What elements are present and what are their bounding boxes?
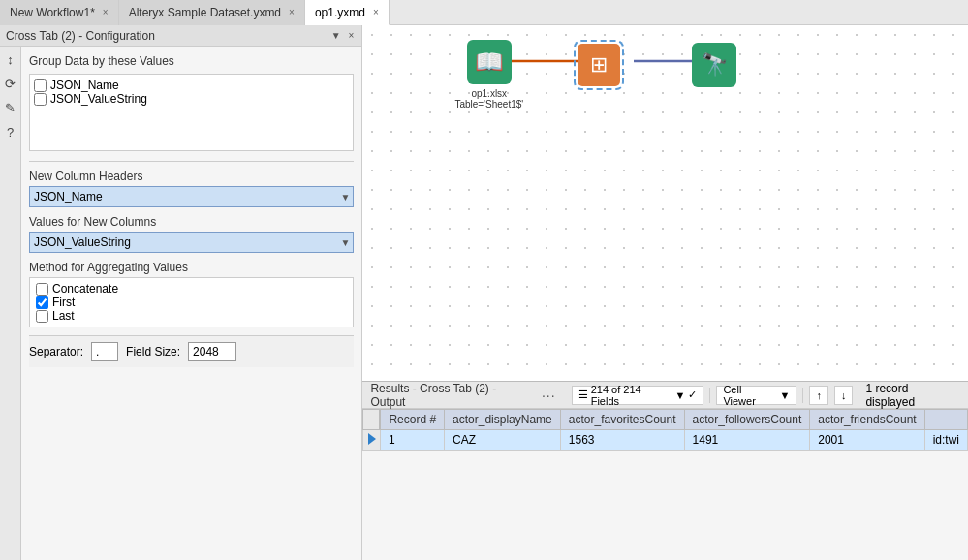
agg-first-label: First bbox=[52, 296, 75, 309]
tab-op1[interactable]: op1.yxmd × bbox=[305, 0, 390, 25]
cell-friends-count: 2001 bbox=[810, 430, 924, 451]
group-section-label: Group Data by these Values bbox=[29, 54, 354, 68]
left-panel: Cross Tab (2) - Configuration ▼ × ↕ ⟳ ✎ … bbox=[0, 25, 362, 560]
cell-display-name: CAZ bbox=[445, 430, 561, 451]
cell-viewer-button[interactable]: Cell Viewer ▼ bbox=[716, 386, 796, 405]
separator-row: Separator: Field Size: bbox=[29, 335, 354, 367]
agg-first: First bbox=[36, 296, 347, 309]
toolbar-sep-2 bbox=[802, 388, 803, 403]
left-content-wrapper: ↕ ⟳ ✎ ? Group Data by these Values JSON_… bbox=[0, 47, 361, 560]
results-panel: Results - Cross Tab (2) - Output ··· ☰ 2… bbox=[362, 381, 968, 560]
results-header: Results - Cross Tab (2) - Output ··· ☰ 2… bbox=[362, 382, 968, 409]
agg-first-input[interactable] bbox=[36, 296, 48, 309]
help-icon[interactable]: ? bbox=[5, 123, 16, 141]
results-toolbar: ☰ 214 of 214 Fields ▼ ✓ Cell Viewer ▼ ↑ … bbox=[572, 382, 960, 409]
cell-favorites-count: 1563 bbox=[560, 430, 684, 451]
sort-asc-button[interactable]: ↑ bbox=[809, 386, 828, 405]
canvas-background bbox=[362, 25, 968, 381]
separator-input[interactable] bbox=[91, 342, 118, 361]
input-node-icon: 📖 bbox=[467, 40, 512, 84]
col-header-indicator bbox=[363, 410, 381, 430]
panel-controls: ▼ × bbox=[329, 30, 357, 41]
edit-icon[interactable]: ✎ bbox=[3, 99, 17, 117]
results-table: Record # actor_displayName actor_favorit… bbox=[362, 409, 968, 451]
tab-sample-dataset-close[interactable]: × bbox=[289, 7, 295, 17]
col-header-followers-count[interactable]: actor_followersCount bbox=[684, 410, 810, 430]
agg-last-input[interactable] bbox=[36, 310, 48, 323]
tab-op1-label: op1.yxmd bbox=[315, 6, 365, 19]
col-header-extra[interactable] bbox=[924, 410, 967, 430]
cell-viewer-arrow-icon: ▼ bbox=[780, 389, 791, 401]
agg-concatenate: Concatenate bbox=[36, 282, 347, 296]
tab-bar: New Workflow1* × Alteryx Sample Dataset.… bbox=[0, 0, 968, 25]
aggregating-section: Method for Aggregating Values Concatenat… bbox=[29, 261, 354, 327]
cell-extra: id:twi bbox=[924, 430, 967, 451]
new-column-headers-label: New Column Headers bbox=[29, 170, 354, 183]
col-header-display-name[interactable]: actor_displayName bbox=[445, 410, 561, 430]
fields-count-check-icon: ✓ bbox=[688, 389, 697, 401]
table-header-row: Record # actor_displayName actor_favorit… bbox=[363, 410, 968, 430]
checkbox-json-valuestring-label: JSON_ValueString bbox=[50, 92, 147, 106]
tab-workflow1[interactable]: New Workflow1* × bbox=[0, 0, 119, 25]
move-icon[interactable]: ↕ bbox=[5, 50, 16, 69]
tab-sample-dataset-label: Alteryx Sample Dataset.yxmd bbox=[129, 6, 281, 19]
cell-followers-count: 1491 bbox=[684, 430, 810, 451]
input-node-label: op1.xlsxTable='Sheet1$' bbox=[454, 88, 523, 109]
field-size-input[interactable] bbox=[188, 342, 236, 361]
tab-sample-dataset[interactable]: Alteryx Sample Dataset.yxmd × bbox=[119, 0, 305, 25]
col-header-favorites-count[interactable]: actor_favoritesCount bbox=[560, 410, 684, 430]
separator-label: Separator: bbox=[29, 345, 83, 358]
aggregating-options: Concatenate First Last bbox=[29, 277, 354, 327]
values-new-columns-select[interactable]: JSON_ValueString bbox=[29, 232, 354, 253]
agg-concatenate-input[interactable] bbox=[36, 283, 48, 296]
results-table-wrapper[interactable]: Record # actor_displayName actor_favorit… bbox=[362, 409, 968, 560]
workflow-canvas[interactable]: 📖 op1.xlsxTable='Sheet1$' ⊞ 🔭 bbox=[362, 25, 968, 381]
right-panel: 📖 op1.xlsxTable='Sheet1$' ⊞ 🔭 Results bbox=[362, 25, 968, 560]
panel-title: Cross Tab (2) - Configuration bbox=[6, 29, 155, 43]
field-size-label: Field Size: bbox=[126, 345, 180, 358]
sort-desc-button[interactable]: ↓ bbox=[834, 386, 854, 405]
values-new-columns-label: Values for New Columns bbox=[29, 215, 354, 229]
group-checkbox-list: JSON_Name JSON_ValueString bbox=[29, 74, 354, 151]
table-row[interactable]: 1 CAZ 1563 1491 2001 id:twi bbox=[363, 430, 968, 451]
panel-pin-button[interactable]: ▼ bbox=[329, 30, 343, 41]
values-new-columns-select-wrapper: JSON_ValueString ▼ bbox=[29, 232, 354, 253]
checkbox-json-name-input[interactable] bbox=[34, 79, 47, 92]
cell-viewer-label: Cell Viewer bbox=[723, 384, 776, 407]
tab-op1-close[interactable]: × bbox=[373, 7, 379, 17]
agg-concatenate-label: Concatenate bbox=[52, 282, 118, 296]
new-column-headers-select-wrapper: JSON_Name ▼ bbox=[29, 186, 354, 207]
left-content: Group Data by these Values JSON_Name JSO… bbox=[21, 47, 361, 560]
new-column-headers-group: New Column Headers JSON_Name ▼ bbox=[29, 170, 354, 207]
divider-1 bbox=[29, 161, 354, 162]
sidebar-icons: ↕ ⟳ ✎ ? bbox=[0, 47, 21, 560]
col-header-record[interactable]: Record # bbox=[380, 410, 444, 430]
fields-count-icon: ☰ bbox=[578, 389, 588, 401]
refresh-icon[interactable]: ⟳ bbox=[3, 75, 17, 93]
checkbox-json-valuestring: JSON_ValueString bbox=[34, 92, 349, 106]
tab-workflow1-label: New Workflow1* bbox=[10, 6, 95, 19]
panel-titlebar: Cross Tab (2) - Configuration ▼ × bbox=[0, 25, 361, 47]
new-column-headers-select[interactable]: JSON_Name bbox=[29, 186, 354, 207]
checkbox-json-name-label: JSON_Name bbox=[50, 78, 119, 92]
cell-record-num: 1 bbox=[380, 430, 444, 451]
checkbox-json-valuestring-input[interactable] bbox=[34, 93, 47, 106]
panel-close-button[interactable]: × bbox=[347, 30, 357, 41]
input-node[interactable]: 📖 op1.xlsxTable='Sheet1$' bbox=[454, 40, 523, 109]
output-node[interactable]: 🔭 bbox=[692, 43, 736, 87]
output-node-icon: 🔭 bbox=[692, 43, 736, 87]
toolbar-sep-1 bbox=[709, 388, 710, 403]
agg-last: Last bbox=[36, 309, 347, 323]
tab-workflow1-close[interactable]: × bbox=[103, 7, 109, 17]
results-menu-icon[interactable]: ··· bbox=[542, 388, 556, 403]
agg-last-label: Last bbox=[52, 309, 75, 323]
fields-count-dropdown-icon: ▼ bbox=[674, 389, 685, 401]
crosstab-node-icon: ⊞ bbox=[578, 44, 620, 86]
fields-count-button[interactable]: ☰ 214 of 214 Fields ▼ ✓ bbox=[572, 386, 704, 405]
col-header-friends-count[interactable]: actor_friendsCount bbox=[810, 410, 924, 430]
results-title: Results - Cross Tab (2) - Output bbox=[370, 382, 534, 409]
aggregating-label: Method for Aggregating Values bbox=[29, 261, 354, 274]
crosstab-node[interactable]: ⊞ bbox=[574, 40, 624, 90]
toolbar-sep-3 bbox=[859, 388, 859, 403]
row-play-indicator bbox=[363, 430, 381, 451]
